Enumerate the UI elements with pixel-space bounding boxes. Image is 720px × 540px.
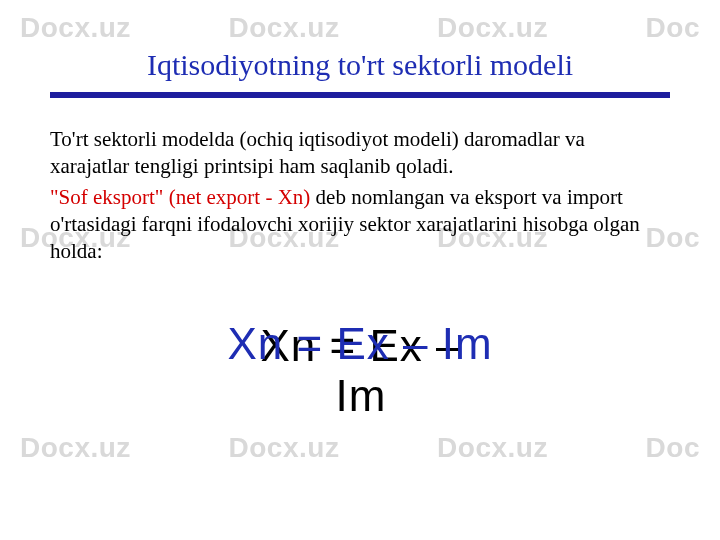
formula: Xn = Ex – Im Xn = Ex – Im	[227, 319, 492, 369]
slide-title: Iqtisodiyotning to'rt sektorli modeli	[50, 48, 670, 82]
paragraph-2: "Sof eksport" (net export - Xn) deb noml…	[50, 184, 640, 265]
term-highlight: "Sof eksport" (net export - Xn)	[50, 185, 310, 209]
title-underline	[50, 92, 670, 98]
paragraph-1: To'rt sektorli modelda (ochiq iqtisodiyo…	[50, 126, 640, 180]
body-text: To'rt sektorli modelda (ochiq iqtisodiyo…	[50, 126, 670, 264]
formula-text: Xn = Ex – Im	[227, 319, 492, 368]
slide: Iqtisodiyotning to'rt sektorli modeli To…	[0, 0, 720, 540]
formula-block: Xn = Ex – Im Xn = Ex – Im	[50, 319, 670, 369]
